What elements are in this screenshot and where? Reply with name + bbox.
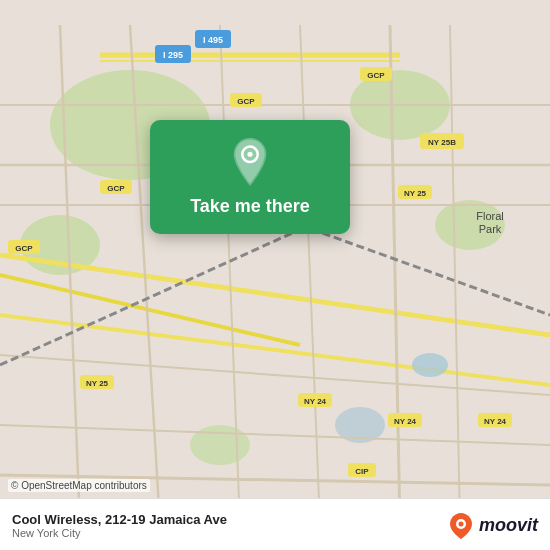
svg-text:GCP: GCP — [367, 71, 385, 80]
svg-text:I 495: I 495 — [203, 35, 223, 45]
svg-text:GCP: GCP — [15, 244, 33, 253]
svg-text:Floral: Floral — [476, 210, 504, 222]
bottom-bar: Cool Wireless, 212-19 Jamaica Ave New Yo… — [0, 498, 550, 550]
svg-text:NY 25: NY 25 — [86, 379, 109, 388]
map-container: I 295 I 495 NY 25B GCP GCP GCP GCP NY 25… — [0, 0, 550, 550]
location-pin-icon — [226, 138, 274, 186]
location-city: New York City — [12, 527, 227, 539]
copyright-text: © OpenStreetMap contributors — [8, 479, 150, 492]
svg-text:NY 24: NY 24 — [304, 397, 327, 406]
moovit-logo: moovit — [447, 512, 538, 540]
svg-text:CIP: CIP — [355, 467, 369, 476]
svg-text:NY 24: NY 24 — [394, 417, 417, 426]
moovit-label: moovit — [479, 515, 538, 536]
location-info: Cool Wireless, 212-19 Jamaica Ave New Yo… — [12, 512, 227, 539]
map-background: I 295 I 495 NY 25B GCP GCP GCP GCP NY 25… — [0, 0, 550, 550]
svg-text:NY 25: NY 25 — [404, 189, 427, 198]
take-me-there-button[interactable]: Take me there — [190, 196, 310, 218]
location-name: Cool Wireless, 212-19 Jamaica Ave — [12, 512, 227, 527]
svg-text:GCP: GCP — [237, 97, 255, 106]
svg-point-58 — [458, 521, 463, 526]
svg-text:NY 24: NY 24 — [484, 417, 507, 426]
svg-text:Park: Park — [479, 223, 502, 235]
moovit-pin-icon — [447, 512, 475, 540]
svg-point-56 — [247, 152, 252, 157]
svg-text:I 295: I 295 — [163, 50, 183, 60]
svg-text:NY 25B: NY 25B — [428, 138, 456, 147]
svg-point-52 — [412, 353, 448, 377]
action-card: Take me there — [150, 120, 350, 234]
svg-text:GCP: GCP — [107, 184, 125, 193]
svg-point-5 — [190, 425, 250, 465]
